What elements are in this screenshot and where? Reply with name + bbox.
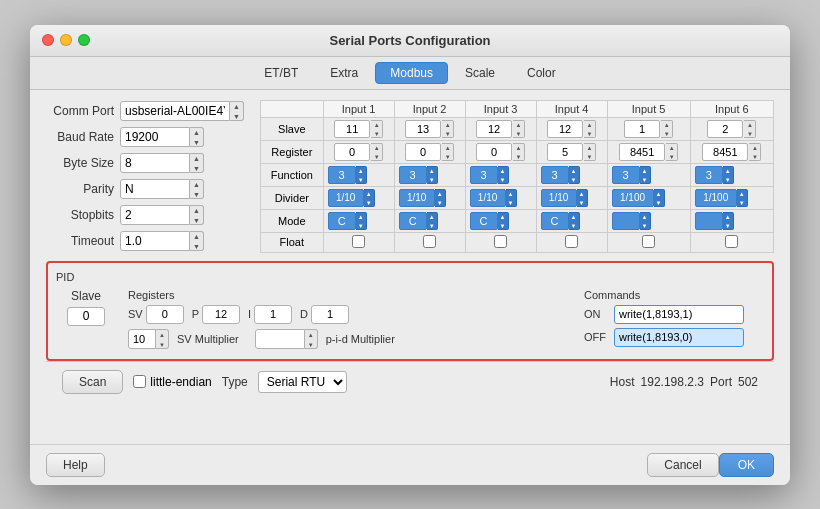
byte-size-stepper[interactable]: ▲▼ bbox=[190, 153, 204, 173]
tab-scale[interactable]: Scale bbox=[450, 62, 510, 84]
table-cell bbox=[465, 232, 536, 252]
func-arrow6[interactable]: ▲▼ bbox=[723, 166, 734, 184]
tab-bar: ET/BT Extra Modbus Scale Color bbox=[30, 57, 790, 90]
parity-label: Parity bbox=[46, 182, 114, 196]
div-arrow5[interactable]: ▲▼ bbox=[654, 189, 665, 207]
reg-stepper3[interactable]: ▲▼ bbox=[513, 143, 525, 161]
pid-i-input[interactable] bbox=[254, 305, 292, 324]
func-arrow5[interactable]: ▲▼ bbox=[640, 166, 651, 184]
mode-arrow1[interactable]: ▲▼ bbox=[356, 212, 367, 230]
reg-stepper1[interactable]: ▲▼ bbox=[371, 143, 383, 161]
slave-input2[interactable] bbox=[405, 120, 441, 138]
slave-stepper4[interactable]: ▲▼ bbox=[584, 120, 596, 138]
float-check2[interactable] bbox=[423, 235, 436, 248]
ok-button[interactable]: OK bbox=[719, 453, 774, 477]
slave-stepper1[interactable]: ▲▼ bbox=[371, 120, 383, 138]
reg-stepper5[interactable]: ▲▼ bbox=[666, 143, 678, 161]
tab-et-bt[interactable]: ET/BT bbox=[249, 62, 313, 84]
reg-input5[interactable] bbox=[619, 143, 665, 161]
tab-color[interactable]: Color bbox=[512, 62, 571, 84]
pid-pid-select: ▲▼ bbox=[255, 329, 318, 349]
scan-button[interactable]: Scan bbox=[62, 370, 123, 394]
slave-input5[interactable] bbox=[624, 120, 660, 138]
byte-size-input[interactable] bbox=[120, 153, 190, 173]
type-select[interactable]: Serial RTU TCP/IP bbox=[258, 371, 347, 393]
div-arrow2[interactable]: ▲▼ bbox=[435, 189, 446, 207]
pid-pid-arrows[interactable]: ▲▼ bbox=[305, 329, 318, 349]
slave-input4[interactable] bbox=[547, 120, 583, 138]
div-arrow4[interactable]: ▲▼ bbox=[577, 189, 588, 207]
reg-stepper6[interactable]: ▲▼ bbox=[749, 143, 761, 161]
parity-input[interactable] bbox=[120, 179, 190, 199]
mode-arrow6[interactable]: ▲▼ bbox=[723, 212, 734, 230]
comm-port-input[interactable] bbox=[120, 101, 230, 121]
little-endian-checkbox[interactable] bbox=[133, 375, 146, 388]
table-cell bbox=[536, 232, 607, 252]
timeout-stepper[interactable]: ▲▼ bbox=[190, 231, 204, 251]
baud-rate-field: ▲▼ bbox=[120, 127, 204, 147]
func-arrow4[interactable]: ▲▼ bbox=[569, 166, 580, 184]
pid-mult-val: 10 bbox=[128, 329, 156, 349]
func-arrow2[interactable]: ▲▼ bbox=[427, 166, 438, 184]
maximize-button[interactable] bbox=[78, 34, 90, 46]
reg-input3[interactable] bbox=[476, 143, 512, 161]
timeout-input[interactable] bbox=[120, 231, 190, 251]
slave-input6[interactable] bbox=[707, 120, 743, 138]
titlebar: Serial Ports Configuration bbox=[30, 25, 790, 57]
window-title: Serial Ports Configuration bbox=[329, 33, 490, 48]
div-arrow1[interactable]: ▲▼ bbox=[364, 189, 375, 207]
pid-mult-row: 10 ▲▼ SV Multiplier ▲▼ p-i-d M bbox=[128, 329, 572, 349]
pid-on-input[interactable] bbox=[614, 305, 744, 324]
stopbits-input[interactable] bbox=[120, 205, 190, 225]
tab-extra[interactable]: Extra bbox=[315, 62, 373, 84]
pid-p-input[interactable] bbox=[202, 305, 240, 324]
slave-stepper2[interactable]: ▲▼ bbox=[442, 120, 454, 138]
comm-port-stepper[interactable]: ▲▼ bbox=[230, 101, 244, 121]
baud-rate-stepper[interactable]: ▲▼ bbox=[190, 127, 204, 147]
host-value: 192.198.2.3 bbox=[641, 375, 704, 389]
stopbits-stepper[interactable]: ▲▼ bbox=[190, 205, 204, 225]
close-button[interactable] bbox=[42, 34, 54, 46]
mode-arrow5[interactable]: ▲▼ bbox=[640, 212, 651, 230]
slave-input1[interactable] bbox=[334, 120, 370, 138]
div-arrow3[interactable]: ▲▼ bbox=[506, 189, 517, 207]
port-label: Port bbox=[710, 375, 732, 389]
mode-arrow3[interactable]: ▲▼ bbox=[498, 212, 509, 230]
reg-input6[interactable] bbox=[702, 143, 748, 161]
baud-rate-input[interactable] bbox=[120, 127, 190, 147]
reg-stepper2[interactable]: ▲▼ bbox=[442, 143, 454, 161]
table-cell: 1/10 ▲▼ bbox=[465, 186, 536, 209]
slave-stepper5[interactable]: ▲▼ bbox=[661, 120, 673, 138]
minimize-button[interactable] bbox=[60, 34, 72, 46]
slave-stepper6[interactable]: ▲▼ bbox=[744, 120, 756, 138]
pid-mult-arrows[interactable]: ▲▼ bbox=[156, 329, 169, 349]
reg-input4[interactable] bbox=[547, 143, 583, 161]
mode-arrow2[interactable]: ▲▼ bbox=[427, 212, 438, 230]
help-button[interactable]: Help bbox=[46, 453, 105, 477]
div-arrow6[interactable]: ▲▼ bbox=[737, 189, 748, 207]
float-check6[interactable] bbox=[725, 235, 738, 248]
reg-input2[interactable] bbox=[405, 143, 441, 161]
reg-input1[interactable] bbox=[334, 143, 370, 161]
parity-stepper[interactable]: ▲▼ bbox=[190, 179, 204, 199]
tab-modbus[interactable]: Modbus bbox=[375, 62, 448, 84]
col-header-input4: Input 4 bbox=[536, 100, 607, 117]
reg-stepper4[interactable]: ▲▼ bbox=[584, 143, 596, 161]
float-check5[interactable] bbox=[642, 235, 655, 248]
cancel-button[interactable]: Cancel bbox=[647, 453, 718, 477]
pid-inner: Slave Registers SV P bbox=[56, 289, 764, 351]
comm-port-row: Comm Port ▲▼ bbox=[46, 100, 244, 122]
func-arrow1[interactable]: ▲▼ bbox=[356, 166, 367, 184]
table-cell: ▲▼ bbox=[690, 117, 773, 140]
pid-slave-input[interactable] bbox=[67, 307, 105, 326]
float-check3[interactable] bbox=[494, 235, 507, 248]
slave-stepper3[interactable]: ▲▼ bbox=[513, 120, 525, 138]
mode-arrow4[interactable]: ▲▼ bbox=[569, 212, 580, 230]
pid-off-input[interactable] bbox=[614, 328, 744, 347]
float-check1[interactable] bbox=[352, 235, 365, 248]
func-arrow3[interactable]: ▲▼ bbox=[498, 166, 509, 184]
pid-d-input[interactable] bbox=[311, 305, 349, 324]
float-check4[interactable] bbox=[565, 235, 578, 248]
pid-sv-input[interactable] bbox=[146, 305, 184, 324]
slave-input3[interactable] bbox=[476, 120, 512, 138]
